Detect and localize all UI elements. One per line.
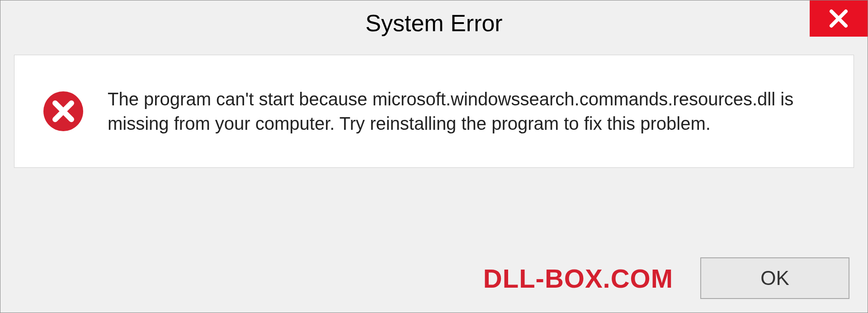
error-icon bbox=[42, 90, 85, 133]
error-message-text: The program can't start because microsof… bbox=[108, 87, 826, 136]
dialog-title: System Error bbox=[365, 9, 502, 37]
close-icon bbox=[828, 8, 849, 29]
watermark-text: DLL-BOX.COM bbox=[483, 263, 673, 294]
dialog-footer: DLL-BOX.COM OK bbox=[19, 257, 849, 299]
message-panel: The program can't start because microsof… bbox=[14, 55, 854, 168]
ok-button[interactable]: OK bbox=[700, 257, 849, 299]
titlebar: System Error bbox=[0, 0, 868, 46]
close-button[interactable] bbox=[810, 0, 868, 37]
